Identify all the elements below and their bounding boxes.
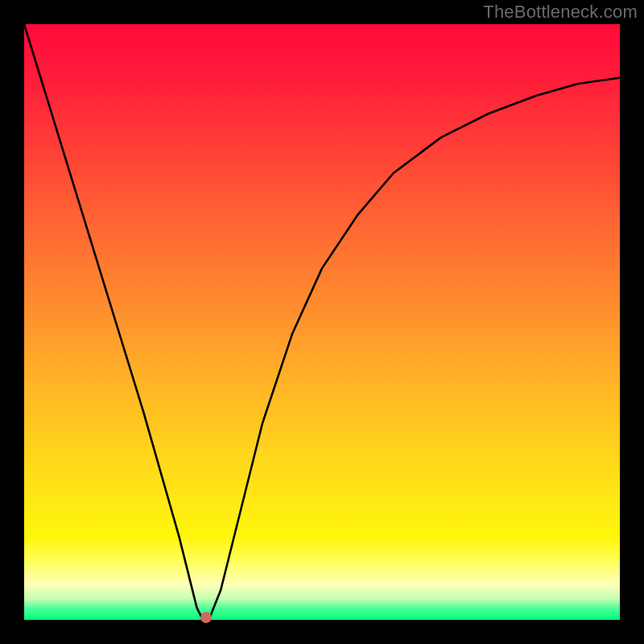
plot-area [24,24,620,620]
curve-path [24,24,620,620]
watermark-text: TheBottleneck.com [483,2,638,23]
optimum-marker [200,612,212,623]
chart-frame: TheBottleneck.com [0,0,644,644]
bottleneck-curve [24,24,620,620]
